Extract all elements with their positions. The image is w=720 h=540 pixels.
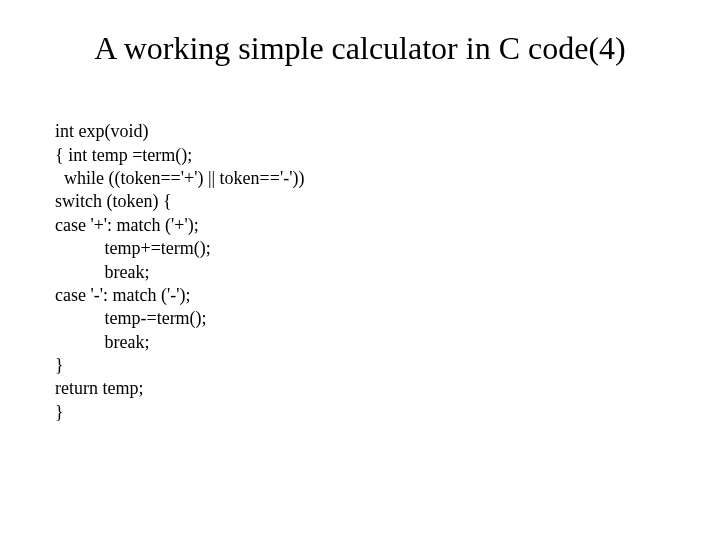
slide-title: A working simple calculator in C code(4) (55, 30, 665, 67)
code-line: } (55, 402, 64, 422)
code-line: while ((token=='+') || token=='-')) (55, 168, 304, 188)
code-line: switch (token) { (55, 191, 172, 211)
code-line: case '+': match ('+'); (55, 215, 199, 235)
code-line: temp-=term(); (55, 308, 207, 328)
code-block: int exp(void) { int temp =term(); while … (55, 97, 665, 424)
code-line: break; (55, 332, 149, 352)
code-line: break; (55, 262, 149, 282)
code-line: { int temp =term(); (55, 145, 192, 165)
code-line: return temp; (55, 378, 143, 398)
code-line: case '-': match ('-'); (55, 285, 190, 305)
code-line: temp+=term(); (55, 238, 211, 258)
code-line: } (55, 355, 64, 375)
code-line: int exp(void) (55, 121, 148, 141)
